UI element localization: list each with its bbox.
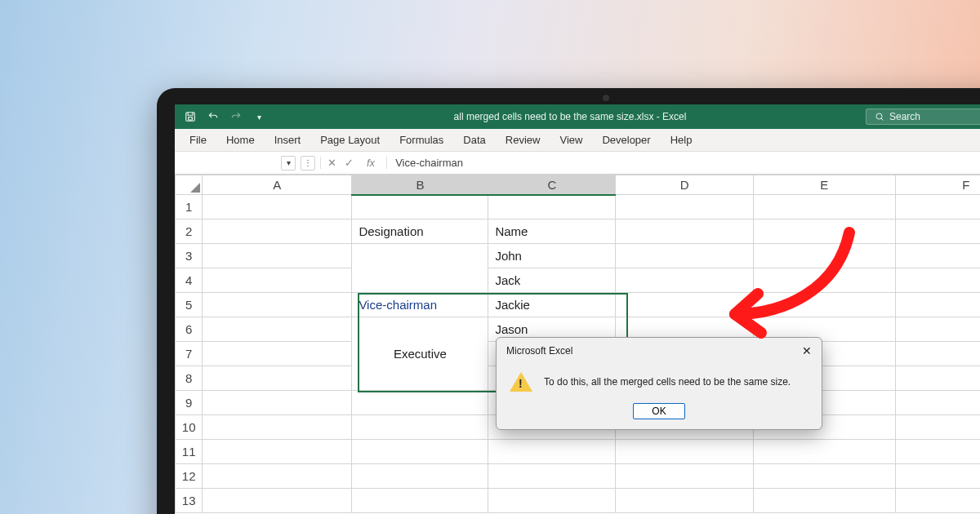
redo-icon[interactable] xyxy=(229,109,243,124)
select-all-corner[interactable] xyxy=(176,175,203,195)
tab-developer[interactable]: Developer xyxy=(594,131,658,149)
quick-access-toolbar: ▾ xyxy=(175,109,274,124)
close-icon[interactable]: ✕ xyxy=(799,343,815,359)
cell[interactable]: Name xyxy=(488,219,616,244)
row-header[interactable]: 2 xyxy=(176,219,203,244)
search-icon xyxy=(875,112,884,122)
dialog-message: To do this, all the merged cells need to… xyxy=(544,376,791,388)
cell-merged[interactable]: Executive xyxy=(352,317,488,391)
col-header-d[interactable]: D xyxy=(616,175,754,195)
ok-button[interactable]: OK xyxy=(633,403,684,419)
cell[interactable]: Jack xyxy=(488,268,616,293)
row-header[interactable]: 1 xyxy=(176,195,203,219)
name-box-dropdown-icon[interactable]: ▾ xyxy=(281,156,296,171)
cell[interactable]: Designation xyxy=(352,219,488,244)
col-header-c[interactable]: C xyxy=(488,175,616,195)
row-header[interactable]: 12 xyxy=(176,464,203,489)
tab-review[interactable]: Review xyxy=(497,131,549,149)
message-dialog: Microsoft Excel ✕ To do this, all the me… xyxy=(496,337,822,430)
formula-bar: ▾ ⋮ ✕ ✓ fx Vice-chairman xyxy=(175,152,980,175)
row-header[interactable]: 6 xyxy=(176,317,203,342)
col-header-a[interactable]: A xyxy=(203,175,352,195)
col-header-b[interactable]: B xyxy=(352,175,488,195)
save-icon[interactable] xyxy=(183,109,198,124)
fx-icon[interactable]: fx xyxy=(362,157,380,169)
formula-controls: ✕ ✓ fx xyxy=(320,157,387,169)
row-header[interactable]: 8 xyxy=(176,366,203,391)
tab-home[interactable]: Home xyxy=(218,131,263,149)
row-header[interactable]: 4 xyxy=(176,268,203,293)
formula-input[interactable]: Vice-chairman xyxy=(387,157,463,169)
row-header[interactable]: 10 xyxy=(176,415,203,440)
enter-icon[interactable]: ✓ xyxy=(345,157,354,169)
row-header[interactable]: 3 xyxy=(176,244,203,268)
row-header[interactable]: 9 xyxy=(176,391,203,415)
cell-merged[interactable]: Chairman xyxy=(352,244,488,293)
warning-icon xyxy=(510,372,532,392)
row-header[interactable]: 5 xyxy=(176,293,203,317)
search-placeholder: Search xyxy=(889,111,920,122)
search-box[interactable]: Search xyxy=(866,109,980,125)
svg-point-2 xyxy=(876,113,882,119)
svg-rect-1 xyxy=(189,117,193,121)
ribbon-tabs: File Home Insert Page Layout Formulas Da… xyxy=(175,129,980,152)
row-header[interactable]: 11 xyxy=(176,440,203,464)
titlebar: ▾ all merged cells need to be the same s… xyxy=(175,104,980,129)
tab-view[interactable]: View xyxy=(551,131,590,149)
undo-icon[interactable] xyxy=(206,109,220,124)
cell[interactable]: Jackie xyxy=(488,293,616,317)
name-box-more-icon[interactable]: ⋮ xyxy=(301,156,315,171)
tab-help[interactable]: Help xyxy=(662,131,701,149)
row-header[interactable]: 13 xyxy=(176,489,203,513)
screen: ▾ all merged cells need to be the same s… xyxy=(175,104,980,514)
qat-dropdown-icon[interactable]: ▾ xyxy=(252,109,266,124)
window-title: all merged cells need to be the same siz… xyxy=(274,111,866,122)
row-header[interactable]: 7 xyxy=(176,342,203,366)
tab-formulas[interactable]: Formulas xyxy=(391,131,452,149)
col-header-e[interactable]: E xyxy=(754,175,895,195)
cell-active[interactable]: Vice-chairman xyxy=(352,293,488,317)
spreadsheet-grid[interactable]: A B C D E F 1 2 Designation Name 3 Chair… xyxy=(175,175,980,513)
laptop-frame: ▾ all merged cells need to be the same s… xyxy=(157,88,980,514)
cancel-icon[interactable]: ✕ xyxy=(327,157,336,169)
cell[interactable]: John xyxy=(488,244,616,268)
tab-file[interactable]: File xyxy=(181,131,215,149)
name-box[interactable]: ▾ ⋮ xyxy=(181,156,320,171)
tab-page-layout[interactable]: Page Layout xyxy=(312,131,388,149)
laptop-camera xyxy=(603,95,609,101)
tab-insert[interactable]: Insert xyxy=(266,131,310,149)
dialog-title: Microsoft Excel xyxy=(506,345,572,357)
tab-data[interactable]: Data xyxy=(455,131,493,149)
col-header-f[interactable]: F xyxy=(895,175,980,195)
